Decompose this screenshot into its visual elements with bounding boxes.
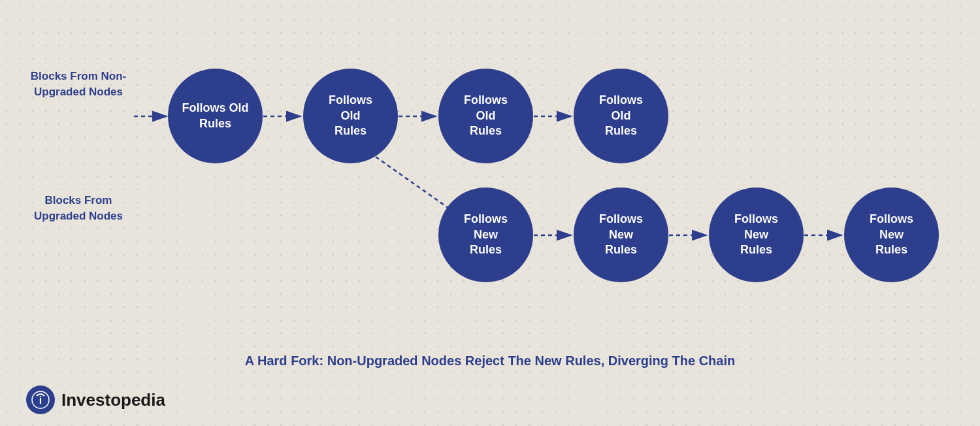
diagram-container: Blocks From Non- Upgraded Nodes Blocks F… bbox=[0, 0, 980, 426]
node-old-4: FollowsOldRules bbox=[574, 69, 668, 163]
logo-icon: i bbox=[26, 385, 55, 414]
footer: i Investopedia bbox=[26, 385, 165, 414]
top-label: Blocks From Non- Upgraded Nodes bbox=[26, 69, 131, 100]
bottom-label: Blocks From Upgraded Nodes bbox=[26, 193, 131, 224]
node-new-4: FollowsNewRules bbox=[844, 188, 939, 282]
node-old-1: Follows Old Rules bbox=[168, 69, 263, 163]
logo-text: Investopedia bbox=[61, 390, 165, 410]
node-old-2: FollowsOldRules bbox=[303, 69, 398, 163]
svg-text:i: i bbox=[39, 395, 42, 406]
caption: A Hard Fork: Non-Upgraded Nodes Reject T… bbox=[0, 353, 980, 369]
node-new-3: FollowsNewRules bbox=[709, 188, 804, 282]
node-old-3: FollowsOldRules bbox=[438, 69, 533, 163]
node-new-1: FollowsNewRules bbox=[438, 188, 533, 282]
node-new-2: FollowsNewRules bbox=[574, 188, 668, 282]
